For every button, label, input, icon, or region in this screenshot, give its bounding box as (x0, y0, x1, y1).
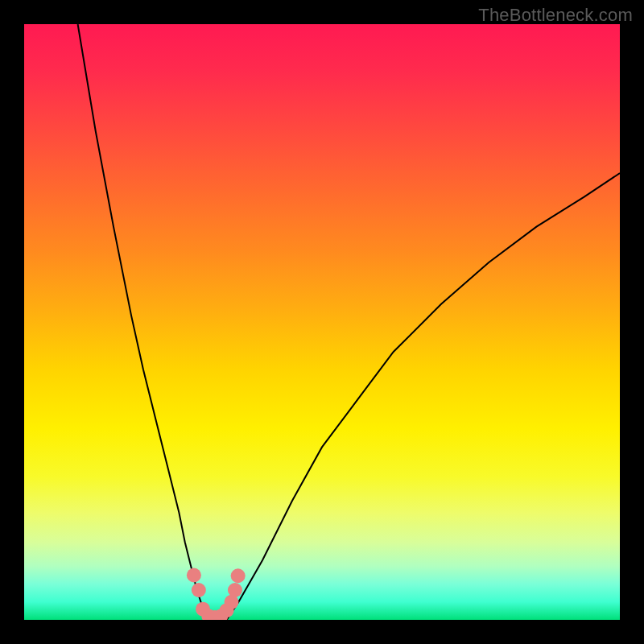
curve-right-curve (227, 173, 620, 620)
series-group (78, 24, 620, 620)
marker-dot (187, 568, 201, 583)
curve-left-curve (78, 24, 209, 620)
marker-dot (192, 583, 206, 597)
marker-group (187, 568, 246, 621)
marker-dot (228, 583, 242, 597)
watermark-text: TheBottleneck.com (478, 5, 633, 26)
plot-area (24, 24, 620, 620)
marker-dot (231, 568, 246, 583)
chart-frame: TheBottleneck.com (0, 0, 644, 644)
chart-svg (24, 24, 620, 620)
